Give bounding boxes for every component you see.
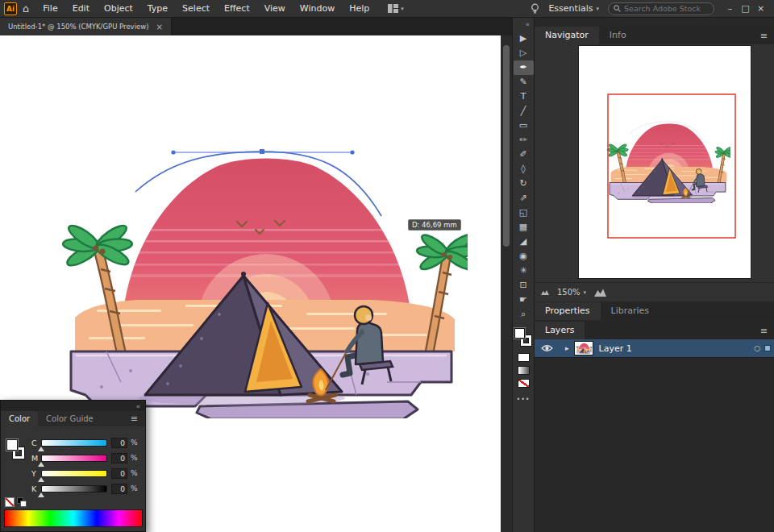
yellow-unit: % (131, 469, 138, 477)
navigator-preview[interactable] (579, 46, 751, 278)
layer-target-icon[interactable]: ○ (754, 344, 760, 352)
yellow-slider[interactable] (41, 470, 107, 477)
white-swatch[interactable] (20, 501, 27, 507)
tab-color-guide[interactable]: Color Guide (38, 411, 102, 426)
rectangle-tool[interactable]: ▭ (514, 118, 534, 133)
zoom-level-value: 150% (557, 288, 580, 297)
cyan-value-field[interactable]: 0 (111, 438, 127, 448)
hand-tool[interactable]: ☛ (514, 293, 534, 307)
color-spectrum-bar[interactable] (4, 509, 143, 527)
edit-toolbar-icon[interactable]: ••• (516, 396, 530, 403)
zoom-tool[interactable]: ⌕ (514, 307, 534, 322)
color-panel-menu-icon[interactable]: ≡ (131, 414, 145, 424)
magenta-slider[interactable] (41, 455, 107, 462)
expand-layer-icon[interactable]: ▸ (565, 344, 569, 352)
cyan-slider-thumb[interactable] (38, 447, 44, 451)
menubar-right-group: Essentials ▾ – □ × (531, 2, 774, 15)
menu-select[interactable]: Select (175, 0, 217, 18)
paintbrush-tool[interactable]: ✏ (514, 133, 534, 148)
camping-illustration[interactable] (63, 152, 477, 419)
yellow-slider-thumb[interactable] (38, 477, 44, 482)
shape-builder-tool[interactable]: ◱ (514, 206, 534, 220)
magenta-value-field[interactable]: 0 (111, 453, 127, 463)
magenta-slider-thumb[interactable] (38, 462, 44, 467)
visibility-eye-icon[interactable] (541, 344, 553, 352)
fill-stroke-swatches[interactable] (514, 328, 533, 349)
line-segment-tool[interactable]: ╱ (514, 104, 534, 118)
gradient-tool[interactable]: ▦ (514, 220, 534, 235)
zoom-in-mountain-icon[interactable] (593, 288, 607, 297)
tab-libraries[interactable]: Libraries (601, 302, 660, 320)
gradient-mode-chip[interactable] (518, 366, 530, 375)
vertical-scrollbar[interactable] (501, 35, 512, 532)
black-white-swatches[interactable] (17, 497, 27, 508)
black-slider-thumb[interactable] (38, 493, 44, 497)
layer-selection-indicator[interactable] (764, 345, 771, 351)
menu-bar: Ai ⌂ File Edit Object Type Select Effect… (0, 0, 774, 18)
menu-edit[interactable]: Edit (65, 0, 97, 18)
menu-object[interactable]: Object (97, 0, 140, 18)
menu-help[interactable]: Help (342, 0, 377, 18)
bezier-handle-right[interactable] (350, 150, 354, 154)
maximize-button[interactable]: □ (739, 3, 752, 14)
layers-panel-menu-icon[interactable]: ≡ (760, 326, 774, 336)
cyan-slider[interactable] (41, 439, 107, 447)
layer-row-selected[interactable]: ▸ Layer 1 ○ (535, 339, 774, 358)
workspace-switcher[interactable]: Essentials ▾ (548, 3, 599, 14)
document-title: Untitled-1* @ 150% (CMYK/GPU Preview) (8, 23, 149, 31)
bezier-handle-left[interactable] (171, 150, 175, 154)
fill-swatch[interactable] (514, 328, 525, 339)
tab-navigator[interactable]: Navigator (535, 27, 599, 44)
discover-lightbulb-icon[interactable] (531, 3, 539, 15)
black-label: K (31, 484, 36, 493)
eyedropper-tool[interactable]: ◢ (514, 235, 534, 249)
window-controls: – □ × (723, 3, 768, 14)
close-button[interactable]: × (754, 3, 768, 14)
eraser-tool[interactable]: ◊ (514, 162, 534, 177)
close-tab-icon[interactable]: × (156, 23, 163, 31)
none-color-swatch[interactable] (5, 497, 15, 507)
yellow-value-field[interactable]: 0 (111, 468, 127, 479)
pencil-tool[interactable]: ✐ (514, 148, 534, 162)
menu-view[interactable]: View (257, 0, 293, 18)
panel-menu-icon[interactable]: ≡ (760, 31, 774, 41)
type-tool[interactable]: T (514, 89, 534, 104)
collapse-toolbar-icon[interactable]: « (513, 18, 534, 31)
none-mode-chip[interactable] (518, 379, 530, 388)
zoom-out-mountain-icon[interactable] (540, 289, 550, 296)
collapse-panel-icon[interactable]: « (135, 402, 140, 410)
tab-color[interactable]: Color (1, 411, 38, 426)
color-mode-chip[interactable] (518, 353, 530, 362)
black-value-field[interactable]: 0 (111, 484, 127, 494)
direct-selection-tool[interactable]: ▷ (514, 46, 534, 60)
blend-tool[interactable]: ◉ (514, 249, 534, 264)
zoom-level-dropdown[interactable]: 150% ▾ (557, 288, 586, 297)
minimize-button[interactable]: – (723, 3, 737, 14)
scrollbar-thumb[interactable] (503, 45, 510, 247)
tab-properties[interactable]: Properties (535, 302, 601, 320)
rotate-tool[interactable]: ↻ (514, 177, 534, 191)
document-tab[interactable]: Untitled-1* @ 150% (CMYK/GPU Preview) × (0, 18, 172, 35)
pen-tool[interactable]: ✒ (514, 60, 534, 75)
artboard-tool[interactable]: ⊡ (514, 278, 534, 293)
black-slider[interactable] (41, 485, 107, 493)
menu-window[interactable]: Window (293, 0, 342, 18)
scale-tool[interactable]: ⇗ (514, 191, 534, 206)
layer-thumbnail[interactable] (575, 342, 593, 355)
magenta-slider-row: M 0 % (1, 453, 147, 464)
menu-file[interactable]: File (35, 0, 64, 18)
selection-tool[interactable]: ▶ (514, 31, 534, 46)
curvature-tool[interactable]: ✎ (514, 75, 534, 89)
layer-name[interactable]: Layer 1 (599, 343, 632, 354)
search-input[interactable] (624, 4, 709, 13)
tab-info[interactable]: Info (599, 27, 637, 44)
stock-search[interactable] (608, 2, 714, 15)
menu-type[interactable]: Type (140, 0, 175, 18)
arrange-documents-icon[interactable]: ▾ (388, 4, 404, 13)
symbol-sprayer-tool[interactable]: ✳ (514, 264, 534, 278)
fill-swatch[interactable] (6, 439, 18, 451)
anchor-point[interactable] (260, 149, 264, 154)
home-icon[interactable]: ⌂ (23, 2, 29, 15)
menu-effect[interactable]: Effect (217, 0, 257, 18)
tab-layers[interactable]: Layers (535, 322, 585, 339)
